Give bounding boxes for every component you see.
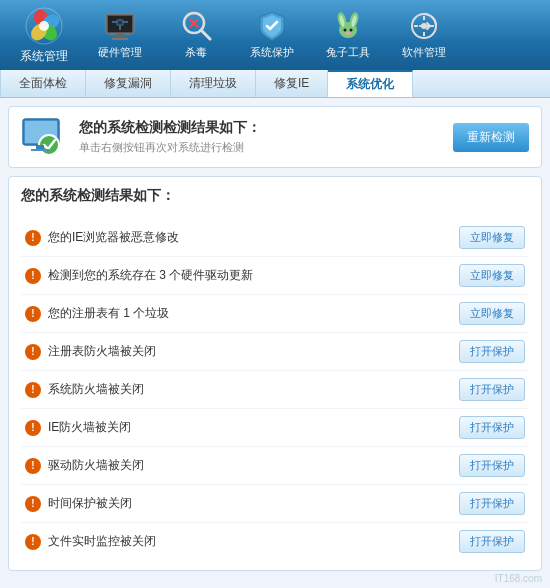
main-content: 您的系统检测检测结果如下： 单击右侧按钮再次对系统进行检测 重新检测 您的系统检…: [0, 98, 550, 588]
tab-optimize[interactable]: 系统优化: [328, 70, 413, 97]
nav-software-label: 软件管理: [402, 45, 446, 60]
tab-bar: 全面体检 修复漏洞 清理垃圾 修复IE 系统优化: [0, 70, 550, 98]
warn-icon-3: !: [25, 344, 41, 360]
kill-icon: [178, 10, 214, 42]
warn-icon-6: !: [25, 458, 41, 474]
svg-rect-9: [112, 38, 128, 40]
hardware-icon: [102, 10, 138, 42]
result-left-3: ! 注册表防火墙被关闭: [25, 343, 156, 360]
warn-icon-5: !: [25, 420, 41, 436]
nav-rabbit[interactable]: 兔子工具: [312, 6, 384, 64]
result-row-3: ! 注册表防火墙被关闭 打开保护: [21, 333, 529, 371]
action-btn-7[interactable]: 打开保护: [459, 492, 525, 515]
svg-rect-36: [31, 149, 49, 151]
nav-software[interactable]: 软件管理: [388, 6, 460, 64]
tab-fixie[interactable]: 修复IE: [256, 70, 328, 97]
software-icon: [406, 10, 442, 42]
result-left-5: ! IE防火墙被关闭: [25, 419, 131, 436]
result-left-0: ! 您的IE浏览器被恶意修改: [25, 229, 179, 246]
result-left-4: ! 系统防火墙被关闭: [25, 381, 144, 398]
result-row-6: ! 驱动防火墙被关闭 打开保护: [21, 447, 529, 485]
warn-icon-8: !: [25, 534, 41, 550]
app-logo[interactable]: 系统管理: [8, 6, 80, 65]
result-text-6: 驱动防火墙被关闭: [48, 457, 144, 474]
action-btn-0[interactable]: 立即修复: [459, 226, 525, 249]
summary-left: 您的系统检测检测结果如下： 单击右侧按钮再次对系统进行检测: [21, 117, 261, 157]
tab-clean[interactable]: 清理垃圾: [171, 70, 256, 97]
action-btn-8[interactable]: 打开保护: [459, 530, 525, 553]
result-left-7: ! 时间保护被关闭: [25, 495, 132, 512]
app-logo-label: 系统管理: [20, 48, 68, 65]
action-btn-1[interactable]: 立即修复: [459, 264, 525, 287]
monitor-icon: [21, 117, 69, 157]
result-row-7: ! 时间保护被关闭 打开保护: [21, 485, 529, 523]
action-btn-2[interactable]: 立即修复: [459, 302, 525, 325]
logo-icon: [24, 6, 64, 46]
nav-hardware[interactable]: 硬件管理: [84, 6, 156, 64]
result-text-0: 您的IE浏览器被恶意修改: [48, 229, 179, 246]
summary-subtitle: 单击右侧按钮再次对系统进行检测: [79, 140, 261, 155]
result-text-1: 检测到您的系统存在 3 个硬件驱动更新: [48, 267, 253, 284]
result-left-8: ! 文件实时监控被关闭: [25, 533, 156, 550]
action-btn-3[interactable]: 打开保护: [459, 340, 525, 363]
top-nav-bar: 系统管理 硬件管理: [0, 0, 550, 70]
result-row-8: ! 文件实时监控被关闭 打开保护: [21, 523, 529, 560]
nav-hardware-label: 硬件管理: [98, 45, 142, 60]
svg-line-15: [201, 30, 210, 39]
warn-icon-1: !: [25, 268, 41, 284]
nav-protect-label: 系统保护: [250, 45, 294, 60]
summary-title: 您的系统检测检测结果如下：: [79, 119, 261, 137]
svg-rect-13: [117, 20, 123, 25]
svg-point-25: [345, 32, 351, 35]
watermark: IT168.com: [495, 573, 542, 584]
result-row-2: ! 您的注册表有 1 个垃圾 立即修复: [21, 295, 529, 333]
svg-point-5: [39, 21, 49, 31]
result-text-5: IE防火墙被关闭: [48, 419, 131, 436]
result-row: ! 您的IE浏览器被恶意修改 立即修复: [21, 219, 529, 257]
result-left-2: ! 您的注册表有 1 个垃圾: [25, 305, 169, 322]
warn-icon-2: !: [25, 306, 41, 322]
warn-icon-0: !: [25, 230, 41, 246]
result-left-1: ! 检测到您的系统存在 3 个硬件驱动更新: [25, 267, 253, 284]
result-text-2: 您的注册表有 1 个垃圾: [48, 305, 169, 322]
nav-protect[interactable]: 系统保护: [236, 6, 308, 64]
summary-box: 您的系统检测检测结果如下： 单击右侧按钮再次对系统进行检测 重新检测: [8, 106, 542, 168]
svg-rect-8: [116, 34, 124, 38]
recheck-button[interactable]: 重新检测: [453, 123, 529, 152]
tab-fullcheck[interactable]: 全面体检: [0, 70, 86, 97]
svg-point-27: [421, 23, 427, 29]
svg-point-24: [350, 29, 353, 32]
nav-kill[interactable]: 杀毒: [160, 6, 232, 64]
result-row-1: ! 检测到您的系统存在 3 个硬件驱动更新 立即修复: [21, 257, 529, 295]
nav-kill-label: 杀毒: [185, 45, 207, 60]
warn-icon-7: !: [25, 496, 41, 512]
svg-rect-35: [36, 145, 44, 149]
action-btn-5[interactable]: 打开保护: [459, 416, 525, 439]
result-text-7: 时间保护被关闭: [48, 495, 132, 512]
rabbit-icon: [330, 10, 366, 42]
summary-text: 您的系统检测检测结果如下： 单击右侧按钮再次对系统进行检测: [79, 119, 261, 155]
result-text-8: 文件实时监控被关闭: [48, 533, 156, 550]
result-left-6: ! 驱动防火墙被关闭: [25, 457, 144, 474]
result-row-5: ! IE防火墙被关闭 打开保护: [21, 409, 529, 447]
result-text-3: 注册表防火墙被关闭: [48, 343, 156, 360]
tab-repair[interactable]: 修复漏洞: [86, 70, 171, 97]
protect-icon: [254, 10, 290, 42]
result-row-4: ! 系统防火墙被关闭 打开保护: [21, 371, 529, 409]
warn-icon-4: !: [25, 382, 41, 398]
results-section: 您的系统检测结果如下： ! 您的IE浏览器被恶意修改 立即修复 ! 检测到您的系…: [8, 176, 542, 571]
action-btn-6[interactable]: 打开保护: [459, 454, 525, 477]
svg-point-23: [344, 29, 347, 32]
results-title: 您的系统检测结果如下：: [21, 187, 529, 211]
action-btn-4[interactable]: 打开保护: [459, 378, 525, 401]
result-text-4: 系统防火墙被关闭: [48, 381, 144, 398]
nav-rabbit-label: 兔子工具: [326, 45, 370, 60]
